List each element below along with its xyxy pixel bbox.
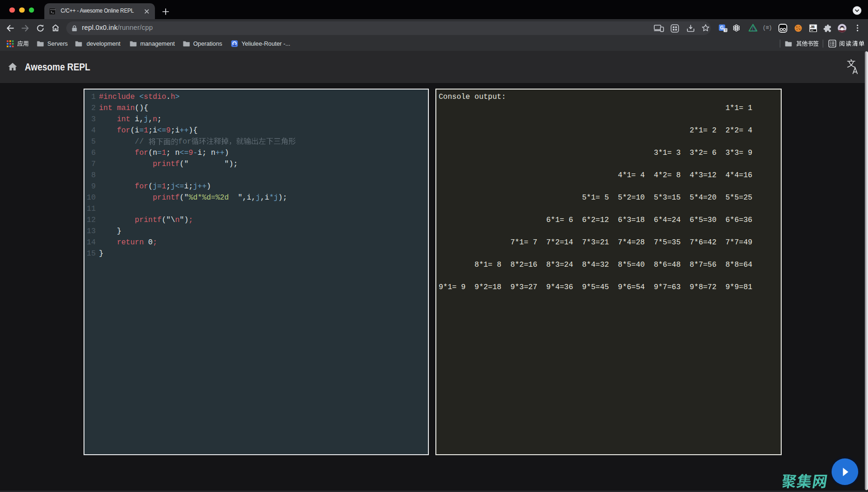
svg-text:JB: JB [810, 25, 815, 29]
svg-text:G: G [720, 25, 724, 30]
